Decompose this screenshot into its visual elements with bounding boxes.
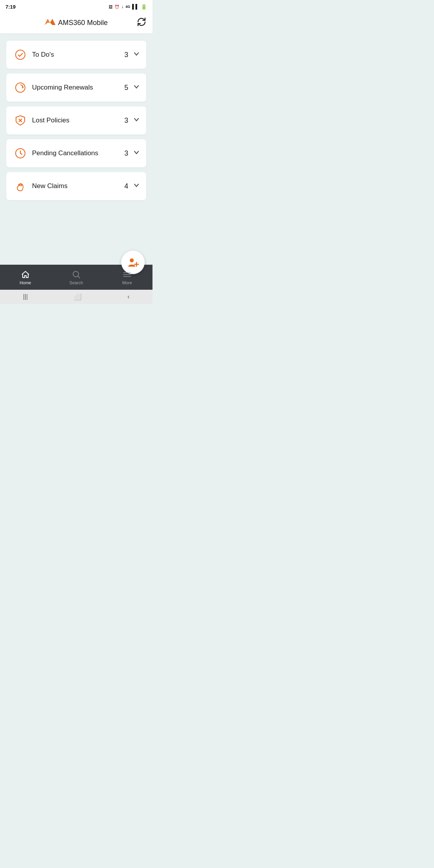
system-nav: ||| ⬜ ‹: [0, 290, 152, 304]
shield-x-icon: [13, 113, 28, 128]
renewal-icon: [13, 80, 28, 95]
clock-icon: [13, 145, 28, 161]
todos-count: 3: [124, 51, 128, 59]
status-time: 7:19: [5, 4, 16, 10]
svg-point-9: [130, 258, 134, 262]
todos-label: To Do's: [32, 51, 124, 59]
renewals-count: 5: [124, 84, 128, 92]
lost-policies-card[interactable]: Lost Policies 3: [6, 106, 146, 135]
svg-point-3: [16, 83, 25, 92]
app-header: AMS360 Mobile: [0, 13, 152, 34]
status-icons: 🖼 ⏰ ↓ 4G ▌▌ 🔋: [109, 4, 147, 10]
lost-policies-count: 3: [124, 117, 128, 125]
battery-icon: 🔋: [141, 4, 147, 10]
nav-search[interactable]: Search: [51, 270, 102, 285]
signal-bars-icon: ▌▌: [132, 4, 139, 9]
todos-card[interactable]: To Do's 3: [6, 41, 146, 69]
system-nav-recents-icon[interactable]: |||: [23, 293, 28, 300]
svg-line-13: [78, 276, 80, 278]
pending-cancellations-count: 3: [124, 149, 128, 158]
system-nav-home-icon[interactable]: ⬜: [74, 293, 82, 301]
pending-cancellations-label: Pending Cancellations: [32, 149, 124, 157]
lost-policies-chevron-icon: [133, 116, 140, 125]
nav-more-label: More: [122, 280, 132, 285]
new-claims-chevron-icon: [133, 182, 140, 190]
fire-icon: [13, 178, 28, 194]
pending-cancellations-card[interactable]: Pending Cancellations 3: [6, 139, 146, 167]
download-icon: ↓: [121, 4, 124, 9]
svg-marker-1: [50, 19, 56, 25]
svg-line-8: [20, 153, 22, 154]
system-nav-back-icon[interactable]: ‹: [127, 293, 129, 300]
nav-home-label: Home: [20, 280, 31, 285]
svg-point-2: [16, 50, 25, 59]
gallery-icon: 🖼: [109, 5, 113, 9]
lost-policies-label: Lost Policies: [32, 117, 124, 124]
new-claims-label: New Claims: [32, 182, 124, 190]
renewals-chevron-icon: [133, 83, 140, 92]
todos-chevron-icon: [133, 50, 140, 59]
main-content: To Do's 3 Upcoming Renewals 5: [0, 34, 152, 265]
app-logo: AMS360 Mobile: [45, 18, 108, 28]
new-claims-count: 4: [124, 182, 128, 190]
ams360-logo-icon: [45, 18, 56, 28]
renewals-label: Upcoming Renewals: [32, 84, 124, 91]
signal-4g-icon: 4G: [126, 5, 130, 9]
refresh-button[interactable]: [137, 17, 146, 29]
nav-more[interactable]: More: [102, 270, 152, 285]
nav-home[interactable]: Home: [0, 270, 51, 285]
alarm-icon: ⏰: [115, 5, 119, 9]
app-name: AMS360 Mobile: [58, 19, 108, 27]
renewals-card[interactable]: Upcoming Renewals 5: [6, 74, 146, 102]
status-bar: 7:19 🖼 ⏰ ↓ 4G ▌▌ 🔋: [0, 0, 152, 13]
check-circle-icon: [13, 47, 28, 63]
pending-cancellations-chevron-icon: [133, 149, 140, 158]
svg-marker-0: [45, 19, 50, 25]
new-claims-card[interactable]: New Claims 4: [6, 172, 146, 200]
nav-search-label: Search: [70, 280, 83, 285]
